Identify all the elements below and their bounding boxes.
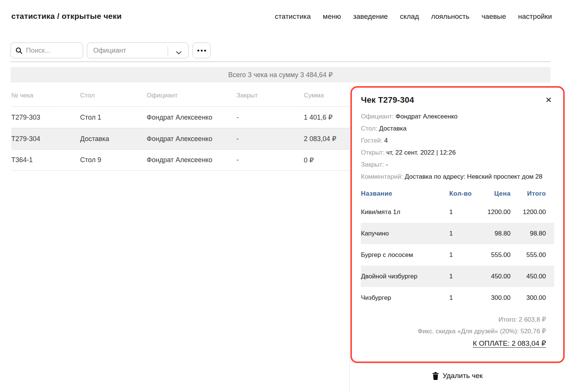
- nav-item-warehouse[interactable]: склад: [400, 12, 419, 21]
- check-waiter: Фондрат Алексеенко: [147, 135, 236, 143]
- item-qty: 1: [449, 230, 474, 237]
- select-divider: [168, 46, 168, 55]
- item-price: 300.00: [474, 294, 511, 302]
- nav-item-menu[interactable]: меню: [323, 12, 341, 21]
- items-col-name: Название: [361, 190, 449, 198]
- item-total: 300.00: [511, 294, 554, 302]
- search-input[interactable]: [26, 47, 78, 55]
- discount: Фикс. скидка «Для друзей» (20%): 520,76 …: [361, 325, 546, 337]
- check-waiter: Фондрат Алексеенко: [147, 114, 236, 122]
- table-row[interactable]: T364-1 Стол 9 Фондрат Алексеенко - 0 ₽: [11, 149, 349, 171]
- field-comment: Комментарий: Доставка по адресу: Невский…: [361, 171, 554, 183]
- item-qty: 1: [449, 273, 474, 280]
- nav-item-statistics[interactable]: статистика: [275, 12, 311, 21]
- table-row-selected[interactable]: T279-304 Доставка Фондрат Алексеенко - 2…: [11, 128, 349, 149]
- check-table: Стол 1: [80, 114, 147, 122]
- item-total: 450.00: [511, 273, 554, 280]
- breadcrumb: статистика / открытые чеки: [11, 12, 122, 21]
- check-sum: 1 401,6 ₽: [304, 113, 349, 122]
- checks-table-header: № чека Стол Официант Закрыт Сумма: [11, 85, 349, 106]
- field-guests: Гостей: 4: [361, 135, 554, 147]
- check-items-table: Название Кол-во Цена Итого Киви/мята 1л …: [361, 186, 554, 308]
- check-waiter: Фондрат Алексеенко: [147, 156, 236, 164]
- item-total: 555.00: [511, 251, 554, 259]
- col-closed: Закрыт: [236, 92, 304, 99]
- field-waiter: Официант: Фондрат Алексеенко: [361, 111, 554, 123]
- check-closed: -: [236, 135, 304, 143]
- panel-divider-line: [349, 85, 350, 392]
- item-total: 1200.00: [511, 208, 554, 216]
- close-icon[interactable]: ✕: [543, 95, 554, 105]
- check-fields: Официант: Фондрат Алексеенко Стол: Доста…: [361, 111, 554, 183]
- field-opened: Открыт: чт, 22 сент. 2022 | 12:26: [361, 147, 554, 159]
- field-closed: Закрыт: -: [361, 159, 554, 171]
- check-number: T364-1: [11, 156, 80, 164]
- toolbar-divider: [11, 61, 550, 62]
- item-name: Киви/мята 1л: [361, 208, 449, 216]
- item-price: 98.80: [474, 230, 511, 237]
- check-table: Стол 9: [80, 156, 147, 164]
- items-col-qty: Кол-во: [449, 190, 474, 198]
- waiter-filter-value: Официант: [93, 47, 126, 55]
- summary-bar: Всего 3 чека на сумму 3 484,64 ₽: [11, 67, 550, 82]
- waiter-filter-select[interactable]: Официант: [87, 43, 189, 58]
- item-price: 555.00: [474, 251, 511, 259]
- item-price: 1200.00: [474, 208, 511, 216]
- item-name: Капучино: [361, 230, 449, 237]
- table-row[interactable]: T279-303 Стол 1 Фондрат Алексеенко - 1 4…: [11, 106, 349, 128]
- items-header: Название Кол-во Цена Итого: [361, 186, 554, 201]
- item-name: Двойной чизбургер: [361, 273, 449, 280]
- top-navigation: статистика меню заведение склад лояльнос…: [275, 12, 552, 21]
- delete-check-label: Удалить чек: [443, 372, 483, 380]
- items-col-price: Цена: [474, 190, 511, 198]
- item-total: 98.80: [511, 230, 554, 237]
- nav-item-venue[interactable]: заведение: [353, 12, 388, 21]
- col-waiter: Официант: [147, 92, 236, 99]
- more-options-button[interactable]: [192, 43, 211, 58]
- check-table: Доставка: [80, 135, 147, 143]
- summary-text: Всего 3 чека на сумму 3 484,64 ₽: [228, 71, 333, 79]
- search-box[interactable]: [11, 43, 83, 58]
- search-icon: [15, 47, 23, 54]
- item-qty: 1: [449, 208, 474, 216]
- field-table: Стол: Доставка: [361, 123, 554, 135]
- chevron-down-icon: [176, 49, 182, 56]
- item-row: Двойной чизбургер 1 450.00 450.00: [361, 266, 554, 287]
- col-sum: Сумма: [304, 92, 349, 99]
- check-closed: -: [236, 156, 304, 164]
- nav-item-loyalty[interactable]: лояльность: [431, 12, 469, 21]
- col-check-number: № чека: [11, 92, 80, 99]
- filters-toolbar: Официант: [11, 43, 211, 58]
- item-price: 450.00: [474, 273, 511, 280]
- item-name: Бургер с лососем: [361, 251, 449, 259]
- item-row: Киви/мята 1л 1 1200.00 1200.00: [361, 201, 554, 223]
- amount-to-pay: К ОПЛАТЕ: 2 083,04 ₽: [361, 339, 546, 348]
- check-number: T279-304: [11, 135, 80, 143]
- nav-item-settings[interactable]: настройки: [518, 12, 552, 21]
- check-title: Чек T279-304: [361, 95, 414, 105]
- item-qty: 1: [449, 294, 474, 302]
- item-row: Капучино 1 98.80 98.80: [361, 223, 554, 244]
- items-col-total: Итого: [511, 190, 554, 198]
- ellipsis-icon: [197, 50, 199, 52]
- check-detail-panel: Чек T279-304 ✕ Официант: Фондрат Алексее…: [350, 86, 565, 363]
- check-number: T279-303: [11, 114, 80, 122]
- trash-icon: [432, 372, 439, 380]
- item-row: Бургер с лососем 1 555.00 555.00: [361, 244, 554, 266]
- check-closed: -: [236, 114, 304, 122]
- open-checks-page: статистика / открытые чеки статистика ме…: [0, 0, 588, 392]
- subtotal: Итого: 2 603,8 ₽: [361, 314, 546, 325]
- item-name: Чизбургер: [361, 294, 449, 302]
- col-table: Стол: [80, 92, 147, 99]
- nav-item-tips[interactable]: чаевые: [482, 12, 506, 21]
- checks-table: № чека Стол Официант Закрыт Сумма T279-3…: [11, 85, 349, 171]
- check-totals: Итого: 2 603,8 ₽ Фикс. скидка «Для друзе…: [361, 314, 554, 348]
- item-qty: 1: [449, 251, 474, 259]
- check-sum: 2 083,04 ₽: [304, 135, 349, 143]
- item-row: Чизбургер 1 300.00 300.00: [361, 287, 554, 308]
- delete-check-button[interactable]: Удалить чек: [350, 372, 565, 380]
- check-sum: 0 ₽: [304, 156, 349, 164]
